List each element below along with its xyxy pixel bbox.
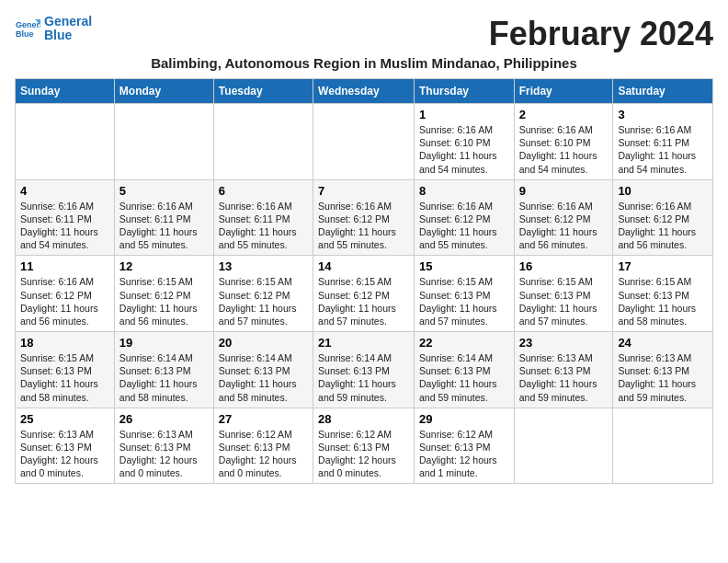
day-info: Sunrise: 6:12 AM Sunset: 6:13 PM Dayligh… (318, 428, 409, 480)
day-info: Sunrise: 6:15 AM Sunset: 6:13 PM Dayligh… (419, 275, 509, 327)
main-title: February 2024 (489, 15, 713, 53)
day-number: 26 (119, 412, 209, 426)
day-number: 27 (219, 412, 308, 426)
day-info: Sunrise: 6:16 AM Sunset: 6:12 PM Dayligh… (519, 200, 609, 252)
day-info: Sunrise: 6:14 AM Sunset: 6:13 PM Dayligh… (419, 351, 509, 404)
day-number: 29 (419, 412, 509, 426)
week-row-5: 25Sunrise: 6:13 AM Sunset: 6:13 PM Dayli… (16, 408, 713, 484)
day-number: 24 (618, 336, 708, 350)
day-info: Sunrise: 6:12 AM Sunset: 6:13 PM Dayligh… (219, 428, 308, 480)
calendar-cell (213, 104, 313, 180)
svg-text:Blue: Blue (16, 29, 34, 39)
day-number: 13 (219, 259, 308, 273)
general-blue-icon: General Blue (15, 16, 40, 41)
calendar-cell: 5Sunrise: 6:16 AM Sunset: 6:11 PM Daylig… (114, 179, 213, 256)
day-info: Sunrise: 6:14 AM Sunset: 6:13 PM Dayligh… (119, 351, 209, 404)
calendar-cell: 21Sunrise: 6:14 AM Sunset: 6:13 PM Dayli… (313, 332, 415, 408)
calendar-table: SundayMondayTuesdayWednesdayThursdayFrid… (15, 78, 713, 484)
calendar-header-row: SundayMondayTuesdayWednesdayThursdayFrid… (16, 79, 713, 104)
day-info: Sunrise: 6:15 AM Sunset: 6:13 PM Dayligh… (519, 275, 609, 327)
calendar-cell: 27Sunrise: 6:12 AM Sunset: 6:13 PM Dayli… (213, 408, 313, 484)
calendar-cell: 24Sunrise: 6:13 AM Sunset: 6:13 PM Dayli… (613, 332, 713, 408)
day-info: Sunrise: 6:15 AM Sunset: 6:13 PM Dayligh… (618, 275, 708, 327)
day-number: 11 (20, 259, 109, 273)
calendar-cell (613, 408, 713, 484)
day-number: 6 (219, 184, 308, 198)
day-info: Sunrise: 6:15 AM Sunset: 6:12 PM Dayligh… (318, 275, 409, 327)
day-info: Sunrise: 6:12 AM Sunset: 6:13 PM Dayligh… (419, 428, 509, 480)
day-number: 3 (618, 108, 708, 121)
day-number: 2 (519, 108, 609, 121)
calendar-cell: 14Sunrise: 6:15 AM Sunset: 6:12 PM Dayli… (313, 256, 415, 332)
day-info: Sunrise: 6:15 AM Sunset: 6:12 PM Dayligh… (119, 275, 209, 327)
day-number: 14 (318, 259, 409, 273)
col-header-sunday: Sunday (16, 79, 115, 104)
day-info: Sunrise: 6:15 AM Sunset: 6:12 PM Dayligh… (219, 275, 308, 327)
day-info: Sunrise: 6:13 AM Sunset: 6:13 PM Dayligh… (119, 428, 209, 480)
day-number: 28 (318, 412, 409, 426)
calendar-cell: 28Sunrise: 6:12 AM Sunset: 6:13 PM Dayli… (313, 408, 415, 484)
calendar-cell: 18Sunrise: 6:15 AM Sunset: 6:13 PM Dayli… (16, 332, 115, 408)
col-header-thursday: Thursday (414, 79, 514, 104)
col-header-saturday: Saturday (613, 79, 713, 104)
calendar-cell: 19Sunrise: 6:14 AM Sunset: 6:13 PM Dayli… (114, 332, 213, 408)
calendar-cell (114, 104, 213, 180)
day-info: Sunrise: 6:16 AM Sunset: 6:12 PM Dayligh… (618, 200, 708, 252)
day-info: Sunrise: 6:16 AM Sunset: 6:11 PM Dayligh… (20, 200, 109, 252)
day-info: Sunrise: 6:13 AM Sunset: 6:13 PM Dayligh… (20, 428, 109, 480)
calendar-cell: 1Sunrise: 6:16 AM Sunset: 6:10 PM Daylig… (414, 104, 514, 180)
calendar-cell: 23Sunrise: 6:13 AM Sunset: 6:13 PM Dayli… (514, 332, 613, 408)
day-info: Sunrise: 6:13 AM Sunset: 6:13 PM Dayligh… (618, 351, 708, 404)
calendar-cell: 6Sunrise: 6:16 AM Sunset: 6:11 PM Daylig… (213, 179, 313, 256)
calendar-cell: 4Sunrise: 6:16 AM Sunset: 6:11 PM Daylig… (16, 179, 115, 256)
day-number: 7 (318, 184, 409, 198)
week-row-3: 11Sunrise: 6:16 AM Sunset: 6:12 PM Dayli… (16, 256, 713, 332)
calendar-cell (514, 408, 613, 484)
calendar-cell: 10Sunrise: 6:16 AM Sunset: 6:12 PM Dayli… (613, 179, 713, 256)
day-number: 10 (618, 184, 708, 198)
week-row-4: 18Sunrise: 6:15 AM Sunset: 6:13 PM Dayli… (16, 332, 713, 408)
calendar-cell: 13Sunrise: 6:15 AM Sunset: 6:12 PM Dayli… (213, 256, 313, 332)
day-info: Sunrise: 6:14 AM Sunset: 6:13 PM Dayligh… (219, 351, 308, 404)
subtitle: Balimbing, Autonomous Region in Muslim M… (15, 55, 713, 71)
calendar-cell: 3Sunrise: 6:16 AM Sunset: 6:11 PM Daylig… (613, 104, 713, 180)
title-section: February 2024 (489, 15, 713, 53)
day-info: Sunrise: 6:16 AM Sunset: 6:11 PM Dayligh… (618, 123, 708, 176)
day-number: 23 (519, 336, 609, 350)
day-number: 18 (20, 336, 109, 350)
calendar-cell: 11Sunrise: 6:16 AM Sunset: 6:12 PM Dayli… (16, 256, 115, 332)
day-info: Sunrise: 6:16 AM Sunset: 6:12 PM Dayligh… (318, 200, 409, 252)
day-number: 20 (219, 336, 308, 350)
day-number: 16 (519, 259, 609, 273)
day-number: 15 (419, 259, 509, 273)
calendar-cell: 8Sunrise: 6:16 AM Sunset: 6:12 PM Daylig… (414, 179, 514, 256)
day-number: 12 (119, 259, 209, 273)
logo-line2: Blue (44, 29, 92, 42)
calendar-cell: 12Sunrise: 6:15 AM Sunset: 6:12 PM Dayli… (114, 256, 213, 332)
col-header-wednesday: Wednesday (313, 79, 415, 104)
svg-text:General: General (16, 20, 40, 29)
day-info: Sunrise: 6:16 AM Sunset: 6:11 PM Dayligh… (119, 200, 209, 252)
day-number: 21 (318, 336, 409, 350)
day-info: Sunrise: 6:15 AM Sunset: 6:13 PM Dayligh… (20, 351, 109, 404)
day-info: Sunrise: 6:14 AM Sunset: 6:13 PM Dayligh… (318, 351, 409, 404)
week-row-2: 4Sunrise: 6:16 AM Sunset: 6:11 PM Daylig… (16, 179, 713, 256)
calendar-cell: 29Sunrise: 6:12 AM Sunset: 6:13 PM Dayli… (414, 408, 514, 484)
col-header-friday: Friday (514, 79, 613, 104)
calendar-cell: 15Sunrise: 6:15 AM Sunset: 6:13 PM Dayli… (414, 256, 514, 332)
calendar-cell: 16Sunrise: 6:15 AM Sunset: 6:13 PM Dayli… (514, 256, 613, 332)
calendar-cell: 26Sunrise: 6:13 AM Sunset: 6:13 PM Dayli… (114, 408, 213, 484)
col-header-tuesday: Tuesday (213, 79, 313, 104)
calendar-cell: 17Sunrise: 6:15 AM Sunset: 6:13 PM Dayli… (613, 256, 713, 332)
calendar-cell: 2Sunrise: 6:16 AM Sunset: 6:10 PM Daylig… (514, 104, 613, 180)
day-number: 25 (20, 412, 109, 426)
day-number: 17 (618, 259, 708, 273)
day-info: Sunrise: 6:16 AM Sunset: 6:12 PM Dayligh… (419, 200, 509, 252)
day-info: Sunrise: 6:16 AM Sunset: 6:11 PM Dayligh… (219, 200, 308, 252)
day-number: 19 (119, 336, 209, 350)
calendar-cell: 22Sunrise: 6:14 AM Sunset: 6:13 PM Dayli… (414, 332, 514, 408)
day-number: 5 (119, 184, 209, 198)
calendar-cell (313, 104, 415, 180)
day-number: 9 (519, 184, 609, 198)
week-row-1: 1Sunrise: 6:16 AM Sunset: 6:10 PM Daylig… (16, 104, 713, 180)
